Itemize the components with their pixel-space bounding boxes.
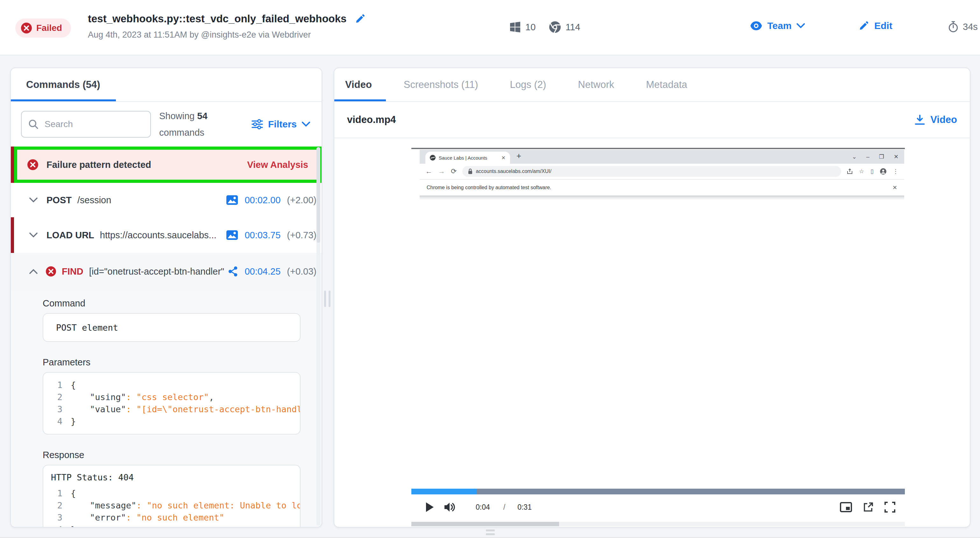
volume-icon[interactable] (444, 502, 456, 513)
browser-toolbar-icons: ☆ ▯ ⋮ (847, 168, 899, 175)
search-icon (29, 120, 38, 129)
share-page-icon (847, 169, 853, 174)
infobar-text: Chrome is being controlled by automated … (426, 185, 551, 190)
tab-video[interactable]: Video (345, 79, 372, 91)
panel-resize-handle[interactable] (324, 290, 331, 307)
annotation-green-highlight: Failure pattern detected View Analysis (14, 147, 321, 183)
parameters-section-label: Parameters (43, 357, 301, 368)
screenshot-image-icon[interactable] (226, 230, 238, 240)
play-button[interactable] (426, 502, 434, 512)
browser-menu-icon: ⋮ (893, 168, 899, 175)
status-badge-label: Failed (36, 23, 62, 33)
command-timestamp: 00:03.75 (245, 230, 280, 241)
error-circle-x-icon (46, 266, 56, 276)
favicon-icon (430, 155, 436, 161)
automation-infobar: Chrome is being controlled by automated … (420, 180, 904, 196)
command-method: POST (46, 195, 72, 206)
share-icon[interactable] (228, 266, 238, 277)
edit-title-pencil-icon[interactable] (355, 13, 366, 24)
chevron-up-icon[interactable] (29, 269, 38, 274)
view-analysis-link[interactable]: View Analysis (247, 159, 308, 170)
team-button-label: Team (767, 21, 792, 31)
command-detail: /session (77, 195, 111, 206)
page-title: test_webhooks.py::test_vdc_only_failed_w… (88, 13, 347, 25)
windows-icon (509, 21, 521, 33)
browser-tab-title: Sauce Labs | Accounts (439, 155, 498, 161)
video-horizontal-scrollbar[interactable] (411, 522, 905, 526)
filters-sliders-icon (251, 119, 263, 129)
os-version: 10 (525, 22, 536, 32)
command-delta: (+0.03) (287, 266, 317, 277)
tab-network[interactable]: Network (578, 79, 614, 91)
tab-commands[interactable]: Commands (54) (26, 79, 100, 91)
forward-icon: → (438, 167, 445, 175)
fullscreen-icon[interactable] (885, 502, 895, 513)
download-video-button[interactable]: Video (915, 114, 957, 126)
chevron-down-icon[interactable] (29, 198, 38, 203)
chevron-down-icon (797, 23, 805, 28)
filters-button[interactable]: Filters (251, 119, 310, 130)
command-row-find-expanded[interactable]: FIND [id="onetrust-accept-btn-handler"] … (11, 253, 321, 290)
chevron-down-icon[interactable] (29, 233, 38, 238)
command-row-post-session[interactable]: POST /session 00:02.00 (+2.00) (11, 183, 321, 217)
command-section-label: Command (43, 298, 301, 309)
chrome-icon (549, 21, 561, 33)
failure-banner-message: Failure pattern detected (46, 159, 151, 170)
response-code-box: HTTP Status: 404 1{ 2"message": "no such… (43, 465, 301, 528)
commands-scrollbar[interactable] (317, 147, 320, 526)
command-value-box: POST element (43, 313, 301, 342)
infobar-shadow (420, 196, 904, 200)
command-detail: [id="onetrust-accept-btn-handler"] (89, 266, 224, 277)
stopwatch-icon (948, 21, 958, 32)
window-controls: ⌄ – ❐ ✕ (852, 150, 899, 163)
back-icon: ← (425, 167, 433, 175)
pencil-icon (858, 21, 869, 31)
infobar-close-icon: ✕ (892, 184, 897, 191)
video-progress-bar[interactable] (411, 489, 905, 494)
edit-button[interactable]: Edit (858, 21, 892, 31)
bottom-collapsed-panel (0, 537, 980, 539)
window-menu-chevron-icon: ⌄ (852, 153, 857, 160)
team-visibility-button[interactable]: Team (750, 21, 805, 31)
browser-tab: Sauce Labs | Accounts ✕ (425, 151, 510, 164)
profile-avatar-icon (880, 168, 886, 175)
filters-button-label: Filters (268, 119, 297, 130)
window-restore-icon: ❐ (879, 153, 884, 160)
lock-icon (468, 169, 473, 174)
command-detail-panel: Command POST element Parameters 1{ 2"usi… (11, 290, 321, 528)
command-timestamp: 00:02.00 (245, 195, 280, 206)
search-box[interactable] (21, 111, 151, 138)
video-current-time: 0:04 (476, 503, 490, 512)
command-row-load-url[interactable]: LOAD URL https://accounts.saucelabs... 0… (11, 217, 321, 253)
tab-logs[interactable]: Logs (2) (510, 79, 546, 91)
active-tab-underline (11, 99, 116, 101)
video-controls: 0:04 / 0:31 (411, 494, 905, 520)
scrollbar-thumb[interactable] (317, 147, 320, 243)
tab-close-icon: ✕ (501, 155, 506, 161)
recorded-browser-frame: Sauce Labs | Accounts ✕ + ⌄ – ❐ ✕ ← → ⟳ … (420, 150, 904, 487)
tab-metadata[interactable]: Metadata (646, 79, 687, 91)
response-section-label: Response (43, 450, 301, 460)
eye-icon (750, 21, 762, 30)
failure-pattern-banner-row: Failure pattern detected View Analysis (11, 147, 321, 183)
scrollbar-thumb[interactable] (411, 522, 559, 526)
failure-red-bar (11, 147, 14, 183)
browser-toolbar: ← → ⟳ accounts.saucelabs.com/am/XUI/ ☆ ▯… (420, 164, 904, 180)
video-file-name: video.mp4 (347, 114, 396, 126)
side-panel-icon: ▯ (870, 168, 873, 175)
download-icon (915, 114, 925, 125)
app-header: Failed test_webhooks.py::test_vdc_only_f… (0, 0, 980, 56)
open-external-icon[interactable] (863, 502, 873, 513)
picture-in-picture-icon[interactable] (840, 502, 852, 512)
tab-screenshots[interactable]: Screenshots (11) (404, 79, 478, 91)
search-input[interactable] (43, 118, 143, 130)
command-timestamp: 00:04.25 (245, 266, 280, 277)
download-button-label: Video (930, 114, 957, 126)
url-text: accounts.saucelabs.com/am/XUI/ (476, 169, 551, 174)
duration-value: 34s (963, 22, 978, 32)
command-method: FIND (62, 266, 83, 277)
video-progress-fill (411, 489, 477, 494)
platform-info: 10 114 (509, 21, 581, 33)
bottom-panel-drag-handle[interactable] (486, 529, 495, 535)
screenshot-image-icon[interactable] (226, 195, 238, 205)
